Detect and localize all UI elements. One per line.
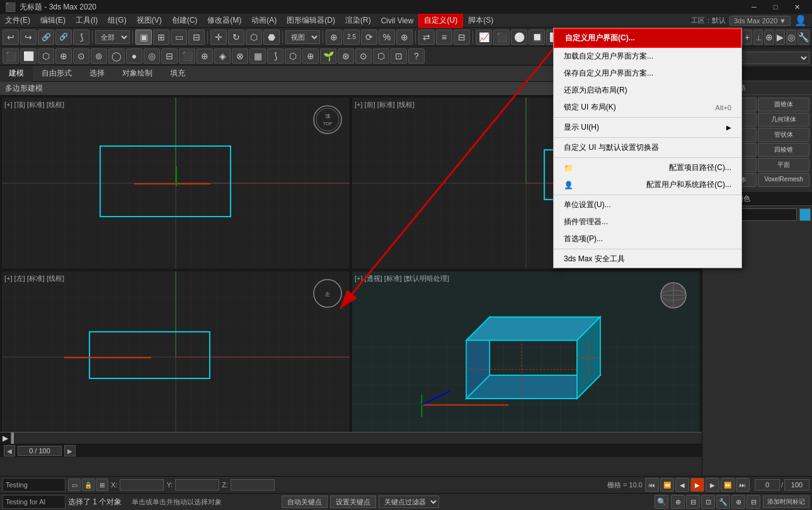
frame-input[interactable] xyxy=(18,446,62,456)
tb2-btn10[interactable]: ⊟ xyxy=(161,48,178,64)
curve-editor[interactable]: 📈 xyxy=(476,30,492,45)
tb2-btn15[interactable]: ▦ xyxy=(249,48,266,64)
tb2-btn22[interactable]: ⬡ xyxy=(373,48,389,64)
angle-snap[interactable]: ⟳ xyxy=(361,30,377,45)
maximize-button[interactable]: □ xyxy=(765,0,786,14)
tb2-btn21[interactable]: ⊙ xyxy=(355,48,372,64)
viewport-top[interactable]: [+] [顶] [标准] [线框] 顶 TOP xyxy=(1,97,350,269)
tb2-btn12[interactable]: ⊕ xyxy=(197,48,213,64)
tb2-btn16[interactable]: ⟆ xyxy=(267,48,283,64)
menu-view[interactable]: 视图(V) xyxy=(132,14,167,28)
menu-animation[interactable]: 动画(A) xyxy=(246,14,282,28)
btn-i6[interactable]: ⊟ xyxy=(746,495,760,509)
pb-next-key[interactable]: ⏩ xyxy=(721,478,735,492)
close-button[interactable]: ✕ xyxy=(787,0,807,14)
bind-space-warp[interactable]: ⟆ xyxy=(73,30,89,45)
tb2-btn11[interactable]: ⬛ xyxy=(179,48,195,64)
color-swatch[interactable] xyxy=(799,208,811,221)
pb-play[interactable]: ▶ xyxy=(690,478,704,492)
timeline-bar[interactable]: ▶ xyxy=(0,432,702,445)
select-by-name[interactable]: ⊞ xyxy=(153,30,169,45)
subtab-modeling[interactable]: 建模 xyxy=(0,65,33,82)
select-region-btn[interactable]: ▭ xyxy=(68,479,81,491)
render-setup[interactable]: 🔲 xyxy=(529,30,545,45)
cm-show-ui[interactable]: 显示 UI(H) ▶ xyxy=(554,119,741,136)
btn-i2[interactable]: ⊟ xyxy=(686,495,700,509)
undo-btn[interactable]: ↩ xyxy=(3,30,19,45)
scale-uniform[interactable]: ⬣ xyxy=(263,30,280,45)
menu-file[interactable]: 文件(E) xyxy=(0,14,35,28)
tb2-btn17[interactable]: ⬡ xyxy=(285,48,301,64)
tb2-btn6[interactable]: ⊚ xyxy=(91,48,107,64)
viewport-perspective[interactable]: [+] [透视] [标准] [默认明暗处理] xyxy=(352,271,700,443)
link-btn[interactable]: 🔗 xyxy=(38,30,54,45)
transform-type-btn[interactable]: ⊞ xyxy=(96,479,108,491)
pb-first[interactable]: ⏮ xyxy=(645,478,659,492)
rotate-btn[interactable]: ↻ xyxy=(228,30,244,45)
cm-save-scheme[interactable]: 保存自定义用户界面方案... xyxy=(554,65,741,82)
menu-edit[interactable]: 编辑(E) xyxy=(35,14,71,28)
btn-plane[interactable]: 平面 xyxy=(758,158,809,172)
tb2-btn19[interactable]: 🌱 xyxy=(320,48,336,64)
total-frames-input[interactable] xyxy=(784,479,809,490)
tb2-btn3[interactable]: ⬡ xyxy=(38,48,54,64)
snap-2d[interactable]: 2.5 xyxy=(343,30,360,45)
next-frame-btn[interactable]: ▶ xyxy=(64,445,76,456)
motion-btn[interactable]: ▶ xyxy=(775,30,786,45)
tb2-btn20[interactable]: ⊛ xyxy=(338,48,354,64)
cm-restore-layout[interactable]: 还原为启动布局(R) xyxy=(554,82,741,99)
cm-config-paths[interactable]: 📁 配置项目路径(C)... xyxy=(554,159,741,176)
btn-geosphere[interactable]: 几何球体 xyxy=(758,113,809,127)
rect-select[interactable]: ▭ xyxy=(171,30,187,45)
pb-next[interactable]: ▶ xyxy=(706,478,719,492)
subtab-fill[interactable]: 填充 xyxy=(161,65,194,82)
menu-customize[interactable]: 自定义(U) xyxy=(418,14,463,28)
prev-frame-btn[interactable]: ◀ xyxy=(4,445,15,456)
tb2-btn23[interactable]: ⊡ xyxy=(391,48,407,64)
view-cube-perspective[interactable] xyxy=(657,279,690,312)
cm-customize-ui[interactable]: 自定义用户界面(C)... xyxy=(554,28,741,48)
scale-btn[interactable]: ⬡ xyxy=(246,30,262,45)
tb2-btn13[interactable]: ◈ xyxy=(214,48,231,64)
schematic-view[interactable]: ⬛ xyxy=(493,30,510,45)
subtab-freeform[interactable]: 自由形式 xyxy=(33,65,81,82)
set-key-btn[interactable]: 设置关键点 xyxy=(330,496,376,508)
redo-btn[interactable]: ↪ xyxy=(20,30,37,45)
cm-security-tools[interactable]: 3ds Max 安全工具 xyxy=(554,251,741,268)
layer-mgr[interactable]: ⊟ xyxy=(454,30,470,45)
display-panel-btn[interactable]: ◎ xyxy=(786,30,796,45)
pb-last[interactable]: ⏭ xyxy=(736,478,750,492)
pivot-btn[interactable]: ⊕ xyxy=(326,30,342,45)
y-input[interactable] xyxy=(175,479,219,490)
percent-snap[interactable]: % xyxy=(379,30,395,45)
tb2-btn1[interactable]: ⬛ xyxy=(3,48,19,64)
tb2-btn7[interactable]: ◯ xyxy=(108,48,125,64)
cm-plugin-manager[interactable]: 插件管理器... xyxy=(554,213,741,230)
view-cube-left[interactable]: 左 xyxy=(312,278,343,309)
unlink-btn[interactable]: 🔗 xyxy=(55,30,72,45)
cm-preferences[interactable]: 首选项(P)... xyxy=(554,230,741,247)
btn-i3[interactable]: ⊡ xyxy=(701,495,715,509)
selection-filter[interactable]: 全部 xyxy=(95,30,130,44)
subtab-paint[interactable]: 对象绘制 xyxy=(113,65,161,82)
x-input[interactable] xyxy=(120,479,164,490)
subtab-select[interactable]: 选择 xyxy=(81,65,113,82)
tb2-btn5[interactable]: ⊙ xyxy=(73,48,89,64)
btn-i1[interactable]: ⊕ xyxy=(671,495,685,509)
workspace-version[interactable]: 3ds Max 2020 ▼ xyxy=(729,16,791,26)
menu-create[interactable]: 创建(C) xyxy=(167,14,203,28)
btn-i4[interactable]: 🔧 xyxy=(716,495,730,509)
tb2-btn4[interactable]: ⊕ xyxy=(55,48,72,64)
mirror-btn[interactable]: ⇄ xyxy=(418,30,435,45)
reference-coord[interactable]: 视图 xyxy=(285,30,320,44)
select-btn[interactable]: ▣ xyxy=(135,30,152,45)
menu-modifier[interactable]: 修改器(M) xyxy=(202,14,246,28)
cm-config-user-paths[interactable]: 👤 配置用户和系统路径(C)... xyxy=(554,176,741,193)
btn-i5[interactable]: ⊕ xyxy=(731,495,745,509)
win-cross-select[interactable]: ⊟ xyxy=(188,30,205,45)
tb2-btn2[interactable]: ⬜ xyxy=(20,48,37,64)
current-frame-input[interactable] xyxy=(755,479,780,490)
btn-voxelremesh[interactable]: VoxelRemesh xyxy=(758,173,809,187)
pb-prev[interactable]: ◀ xyxy=(675,478,689,492)
cm-unit-setup[interactable]: 单位设置(U)... xyxy=(554,196,741,213)
